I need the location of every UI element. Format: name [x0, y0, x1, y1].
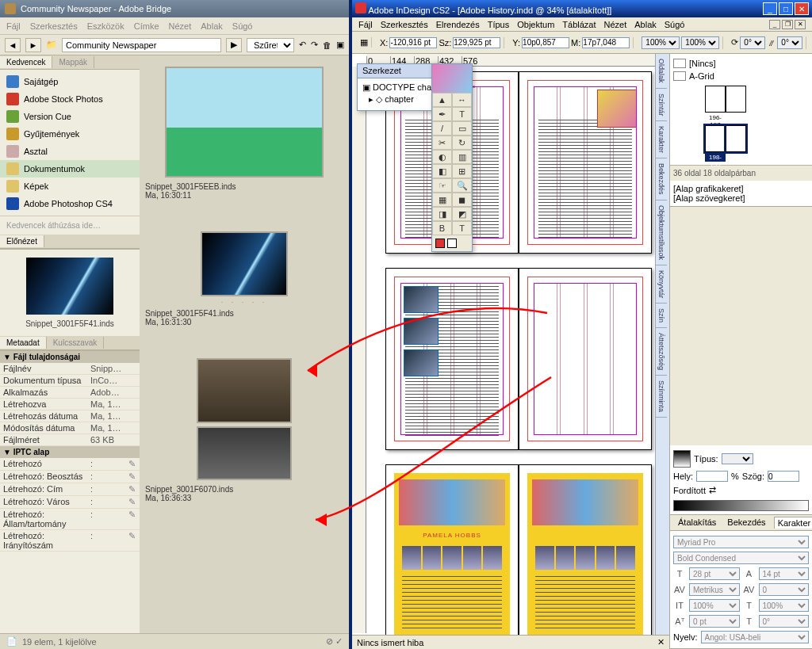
font-style-select[interactable]: Bold Condensed	[673, 552, 809, 564]
thumbnail[interactable]: . . . . .Snippet_3001F5F41.indsMa, 16:31…	[145, 231, 343, 326]
default-graphic-frame[interactable]: [Alap grafikakeret]	[673, 184, 809, 193]
tool[interactable]: ▭	[452, 121, 472, 136]
tool[interactable]: ◧	[432, 164, 452, 178]
tool[interactable]: ☞	[432, 178, 452, 193]
bridge-menubar[interactable]: FájlSzerkesztésEszközökCímkeNézetAblakSú…	[0, 17, 349, 35]
font-family-select[interactable]: Myriad Pro	[673, 536, 809, 548]
preview-thumbnail[interactable]	[26, 258, 113, 315]
leading[interactable]: 14 pt	[759, 567, 810, 580]
menu-nézet[interactable]: Nézet	[169, 21, 192, 31]
placed-snippet-1[interactable]	[404, 286, 439, 313]
w-field[interactable]	[453, 37, 500, 48]
shear-field[interactable]: 0°	[777, 36, 802, 49]
vertical-ruler[interactable]	[352, 67, 366, 633]
fav-version-cue[interactable]: Version Cue	[0, 108, 140, 125]
menu-eszközök[interactable]: Eszközök	[87, 21, 124, 31]
tab-transform[interactable]: Átalakítás	[675, 517, 719, 529]
tool[interactable]: ◼	[452, 193, 472, 207]
rotate-cw-icon[interactable]: ↷	[311, 40, 318, 50]
menu-súgó[interactable]: Súgó	[665, 20, 685, 29]
tool[interactable]: ◨	[432, 207, 452, 221]
doc-min-button[interactable]: _	[769, 20, 780, 29]
vscale[interactable]: 100%	[689, 599, 740, 612]
dock-side-tabs[interactable]: OldalakSzíntárKarakterBekezdésObjektumst…	[655, 54, 669, 649]
indesign-titlebar[interactable]: Adobe InDesign CS2 - [Adobe History.indd…	[352, 0, 812, 17]
side-tab[interactable]: Áttetszőség	[656, 328, 667, 376]
hero-image[interactable]	[399, 479, 505, 525]
placed-snippet-3[interactable]	[404, 349, 439, 376]
close-button[interactable]: ✕	[795, 2, 809, 15]
go-button[interactable]: ▶	[226, 38, 242, 52]
side-tab[interactable]: Könyvtár	[656, 265, 667, 304]
page-icon-199[interactable]	[726, 125, 746, 152]
reverse-icon[interactable]: ⇄	[709, 485, 716, 495]
h-field[interactable]	[582, 37, 630, 48]
switch-view-icon[interactable]: ▣	[336, 40, 344, 50]
fwd-button[interactable]: ►	[25, 38, 41, 52]
tool[interactable]: ✂	[432, 136, 452, 150]
menu-ablak[interactable]: Ablak	[634, 20, 657, 29]
page-icon-196[interactable]	[705, 86, 726, 113]
menu-típus[interactable]: Típus	[488, 20, 510, 29]
gradient-ramp[interactable]	[673, 500, 809, 511]
pages-panel[interactable]: [Nincs] A-Grid 196-197 198-199 36 oldal …	[670, 54, 812, 207]
tab-character[interactable]: Karakter	[774, 517, 812, 529]
tab-preview[interactable]: Előnézet	[0, 235, 44, 247]
spread-2[interactable]	[376, 268, 661, 450]
tool[interactable]: 🔍	[452, 178, 472, 193]
ref-point-icon[interactable]: ▦	[357, 37, 372, 48]
meta-row[interactable]: Módosítás dátumaMa, 1…	[0, 422, 140, 434]
tool[interactable]: ✒	[432, 107, 452, 121]
grad-loc-field[interactable]	[696, 471, 728, 482]
grad-type-select[interactable]	[722, 453, 753, 464]
tool[interactable]: ↔	[452, 93, 472, 107]
menu-fájl[interactable]: Fájl	[6, 21, 21, 31]
y-field[interactable]	[522, 37, 569, 48]
page-icon-197[interactable]	[726, 86, 746, 113]
doc-close-button[interactable]: ✕	[795, 20, 806, 29]
master-a-grid[interactable]: A-Grid	[689, 71, 714, 81]
meta-row[interactable]: Létrehozó: Város:✎	[0, 496, 140, 509]
grad-angle-field[interactable]	[768, 471, 799, 482]
meta-row[interactable]: Létrehozó: Cím:✎	[0, 483, 140, 496]
thumbnail[interactable]: Snippet_3001F5EEB.indsMa, 16:30:11	[145, 67, 343, 200]
tool[interactable]: ▦	[432, 193, 452, 207]
side-tab[interactable]: Oldalak	[656, 54, 667, 89]
menu-elrendezés[interactable]: Elrendezés	[436, 20, 480, 29]
meta-row[interactable]: Létrehozó:✎	[0, 458, 140, 471]
menu-címke[interactable]: Címke	[134, 21, 159, 31]
tab-paragraph[interactable]: Bekezdés	[724, 517, 768, 529]
thumbnail[interactable]: Snippet_3001F6070.indsMa, 16:36:33	[145, 358, 343, 502]
side-tab[interactable]: Színminta	[656, 376, 667, 418]
fav-adobe-stock-photos[interactable]: Adobe Stock Photos	[0, 90, 140, 108]
master-none[interactable]: [Nincs]	[689, 59, 716, 68]
fav-adobe-photoshop-cs4[interactable]: Adobe Photoshop CS4	[0, 195, 140, 212]
meta-row[interactable]: Létrehozó: Állam/tartomány:✎	[0, 509, 140, 530]
tool[interactable]: B	[432, 221, 452, 235]
rotate-ccw-icon[interactable]: ↶	[299, 40, 306, 50]
menu-szerkesztés[interactable]: Szerkesztés	[30, 21, 78, 31]
toolbox-header[interactable]	[432, 64, 472, 93]
tab-favorites[interactable]: Kedvencek	[0, 56, 52, 68]
meta-group[interactable]: ▼ IPTC alap	[0, 446, 140, 458]
fav-gyűjtemények[interactable]: Gyűjtemények	[0, 125, 140, 143]
filter-select[interactable]: Szűretlen	[247, 38, 294, 52]
meta-row[interactable]: Létrehozó: Beosztás:✎	[0, 471, 140, 483]
fav-képek[interactable]: Képek	[0, 178, 140, 195]
fill-swatch[interactable]	[435, 239, 445, 248]
meta-group[interactable]: ▼ Fájl tulajdonságai	[0, 351, 140, 363]
tool[interactable]: ◐	[432, 150, 452, 164]
default-text-frame[interactable]: [Alap szövegkeret]	[673, 193, 809, 203]
side-tab[interactable]: Objektumstílusok	[656, 200, 667, 265]
x-field[interactable]	[389, 37, 437, 48]
character-panel[interactable]: Átalakítás Bekezdés Karakter Myriad Pro …	[670, 515, 812, 649]
stroke-swatch-tb[interactable]	[447, 239, 457, 248]
tool[interactable]: ◩	[452, 207, 472, 221]
meta-row[interactable]: Fájlméret63 KB	[0, 434, 140, 446]
meta-row[interactable]: Létrehozás dátumaMa, 1…	[0, 410, 140, 422]
side-tab[interactable]: Szín	[656, 304, 667, 328]
tool[interactable]: ▥	[452, 150, 472, 164]
baseline[interactable]: 0 pt	[689, 615, 740, 628]
spread-3[interactable]: PAMELA HOBBS	[376, 464, 661, 647]
gradient-swatch-icon[interactable]	[673, 450, 691, 468]
